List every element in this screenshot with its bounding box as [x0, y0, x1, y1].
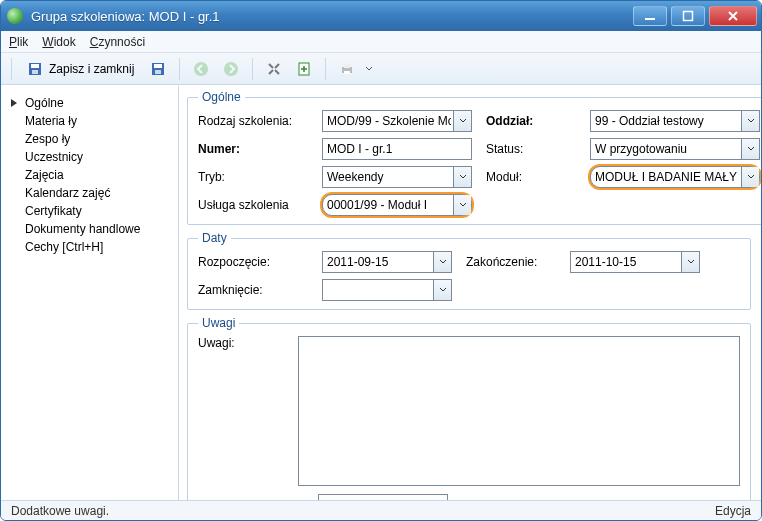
save-icon — [27, 61, 43, 77]
module-label: Moduł: — [486, 170, 576, 184]
svg-rect-0 — [645, 18, 655, 20]
tools-icon — [266, 61, 282, 77]
sidebar-item-label: Cechy [Ctrl+H] — [25, 240, 103, 254]
sidebar-item-classes[interactable]: Zajęcia — [7, 166, 172, 184]
svg-rect-7 — [155, 70, 161, 74]
nav-forward-button[interactable] — [218, 57, 244, 81]
save-small-icon — [150, 61, 166, 77]
status-right: Edycja — [715, 504, 751, 518]
save-close-button[interactable]: Zapisz i zamknij — [20, 57, 141, 81]
remarks-label: Uwagi: — [198, 336, 288, 350]
service-value: 00001/99 - Moduł I — [327, 198, 427, 212]
sidebar-item-general[interactable]: Ogólne — [7, 94, 172, 112]
module-value: MODUŁ I BADANIE MAŁY — [595, 170, 737, 184]
sidebar-item-label: Certyfikaty — [25, 204, 82, 218]
svg-point-9 — [224, 62, 238, 76]
sidebar-item-calendar[interactable]: Kalendarz zajęć — [7, 184, 172, 202]
sidebar-item-features[interactable]: Cechy [Ctrl+H] — [7, 238, 172, 256]
number-value: MOD I - gr.1 — [327, 142, 392, 156]
status-left: Dodatkowe uwagi. — [11, 504, 109, 518]
start-date-field[interactable]: 2011-09-15 — [322, 251, 452, 273]
mode-value: Weekendy — [327, 170, 383, 184]
svg-rect-6 — [154, 64, 162, 68]
sidebar-item-label: Uczestnicy — [25, 150, 83, 164]
group-dates-legend: Daty — [198, 231, 231, 245]
body: Ogólne Materia ły Zespo ły Uczestnicy Za… — [1, 85, 761, 500]
close-icon — [727, 10, 739, 22]
chevron-down-icon — [741, 111, 759, 131]
refresh-icon — [296, 61, 312, 77]
svg-rect-13 — [344, 71, 350, 74]
sidebar-item-label: Zespo ły — [25, 132, 70, 146]
save-close-label: Zapisz i zamknij — [49, 62, 134, 76]
statusbar: Dodatkowe uwagi. Edycja — [1, 500, 761, 520]
toolbar: Zapisz i zamknij — [1, 53, 761, 85]
titlebar: Grupa szkoleniowa: MOD I - gr.1 — [1, 1, 761, 31]
menu-actions[interactable]: Czynności — [90, 35, 145, 49]
maximize-button[interactable] — [671, 6, 705, 26]
branch-value: 99 - Oddział testowy — [595, 114, 704, 128]
refresh-button[interactable] — [291, 57, 317, 81]
service-label: Usługa szkolenia — [198, 198, 308, 212]
sidebar-item-teams[interactable]: Zespo ły — [7, 130, 172, 148]
app-icon — [7, 8, 23, 24]
main-panel: Ogólne Rodzaj szkolenia: MOD/99 - Szkole… — [179, 86, 761, 500]
chevron-down-icon — [453, 111, 471, 131]
chevron-down-icon — [433, 280, 451, 300]
sidebar-item-label: Dokumenty handlowe — [25, 222, 140, 236]
group-dates: Daty Rozpoczęcie: 2011-09-15 Zakończenie… — [187, 231, 751, 310]
remarks-textarea[interactable] — [298, 336, 740, 486]
close-date-label: Zamknięcie: — [198, 283, 308, 297]
sidebar-item-documents[interactable]: Dokumenty handlowe — [7, 220, 172, 238]
branch-combo[interactable]: 99 - Oddział testowy — [590, 110, 760, 132]
status-combo[interactable]: W przygotowaniu — [590, 138, 760, 160]
group-remarks-legend: Uwagi — [198, 316, 239, 330]
sidebar-item-label: Ogólne — [25, 96, 64, 110]
number-field[interactable]: MOD I - gr.1 — [322, 138, 472, 160]
end-date-label: Zakończenie: — [466, 255, 556, 269]
end-date-value: 2011-10-15 — [575, 255, 636, 269]
nav-back-button[interactable] — [188, 57, 214, 81]
tools-button[interactable] — [261, 57, 287, 81]
module-combo[interactable]: MODUŁ I BADANIE MAŁY — [590, 166, 760, 188]
chevron-down-icon[interactable] — [364, 61, 374, 77]
training-type-combo[interactable]: MOD/99 - Szkolenie Mod — [322, 110, 472, 132]
mode-combo[interactable]: Weekendy — [322, 166, 472, 188]
end-date-field[interactable]: 2011-10-15 — [570, 251, 700, 273]
sidebar-item-materials[interactable]: Materia ły — [7, 112, 172, 130]
menu-view[interactable]: Widok — [42, 35, 75, 49]
group-remarks: Uwagi Uwagi: Uczestnicy aktywni: 0 — [187, 316, 751, 500]
group-general-legend: Ogólne — [198, 90, 245, 104]
chevron-down-icon — [453, 195, 471, 215]
sidebar-item-certificates[interactable]: Certyfikaty — [7, 202, 172, 220]
svg-rect-4 — [32, 70, 38, 74]
status-label: Status: — [486, 142, 576, 156]
app-window: Grupa szkoleniowa: MOD I - gr.1 Plik Wid… — [0, 0, 762, 521]
maximize-icon — [682, 10, 694, 22]
print-icon — [339, 61, 355, 77]
arrow-right-icon — [223, 61, 239, 77]
training-type-label: Rodzaj szkolenia: — [198, 114, 308, 128]
mode-label: Tryb: — [198, 170, 308, 184]
close-button[interactable] — [709, 6, 757, 26]
chevron-down-icon — [741, 139, 759, 159]
sidebar: Ogólne Materia ły Zespo ły Uczestnicy Za… — [1, 86, 179, 500]
svg-rect-12 — [344, 64, 350, 68]
start-date-value: 2011-09-15 — [327, 255, 388, 269]
save-button[interactable] — [145, 57, 171, 81]
sidebar-item-label: Zajęcia — [25, 168, 64, 182]
chevron-down-icon — [433, 252, 451, 272]
chevron-down-icon — [453, 167, 471, 187]
sidebar-item-participants[interactable]: Uczestnicy — [7, 148, 172, 166]
close-date-field[interactable] — [322, 279, 452, 301]
minimize-button[interactable] — [633, 6, 667, 26]
service-combo[interactable]: 00001/99 - Moduł I — [322, 194, 472, 216]
print-button[interactable] — [334, 57, 360, 81]
menu-file[interactable]: Plik — [9, 35, 28, 49]
window-title: Grupa szkoleniowa: MOD I - gr.1 — [31, 9, 633, 24]
sidebar-item-label: Materia ły — [25, 114, 77, 128]
window-buttons — [633, 6, 757, 26]
sidebar-item-label: Kalendarz zajęć — [25, 186, 110, 200]
chevron-down-icon — [741, 167, 759, 187]
minimize-icon — [644, 10, 656, 22]
